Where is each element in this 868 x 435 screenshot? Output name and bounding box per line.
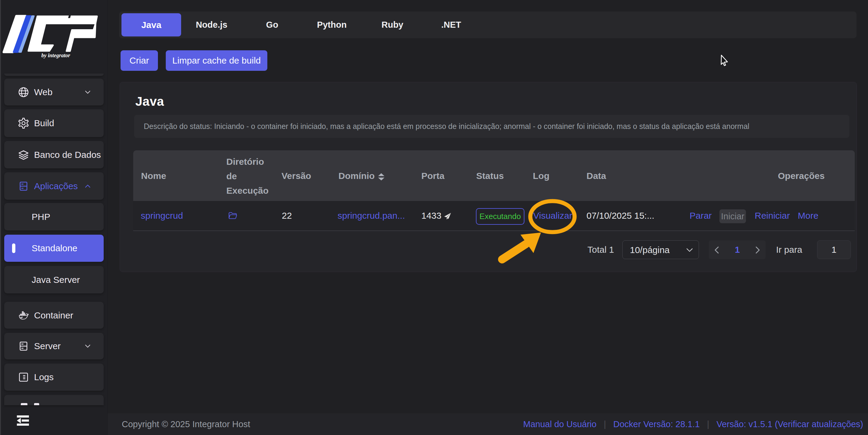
svg-text:by integrator: by integrator — [41, 53, 70, 59]
